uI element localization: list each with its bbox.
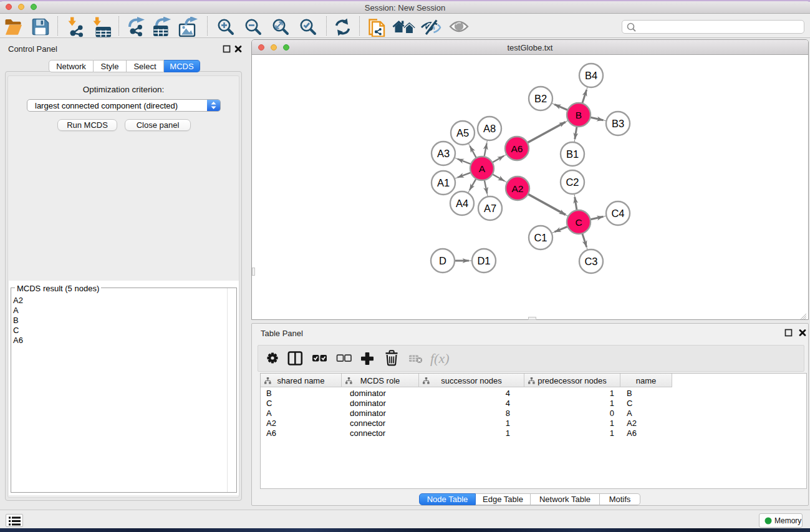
svg-text:A7: A7	[484, 203, 496, 214]
svg-text:B: B	[576, 110, 582, 120]
svg-text:C2: C2	[566, 177, 579, 188]
svg-text:B3: B3	[612, 118, 624, 129]
svg-text:C1: C1	[534, 232, 547, 243]
svg-text:D1: D1	[477, 255, 490, 266]
svg-text:C: C	[575, 217, 582, 228]
svg-text:A2: A2	[512, 183, 524, 194]
svg-text:A1: A1	[437, 177, 450, 188]
svg-text:B4: B4	[585, 70, 597, 81]
svg-text:A8: A8	[483, 123, 496, 134]
svg-text:B1: B1	[566, 148, 579, 160]
svg-text:A6: A6	[511, 143, 523, 154]
svg-text:A4: A4	[456, 198, 468, 209]
svg-text:C3: C3	[584, 256, 597, 267]
svg-text:C4: C4	[611, 208, 624, 219]
svg-text:A: A	[479, 163, 486, 174]
svg-text:f(x): f(x)	[430, 351, 450, 366]
svg-text:B2: B2	[534, 93, 547, 104]
svg-text:D: D	[439, 255, 446, 266]
svg-text:A3: A3	[437, 148, 450, 159]
svg-text:A5: A5	[456, 127, 469, 138]
